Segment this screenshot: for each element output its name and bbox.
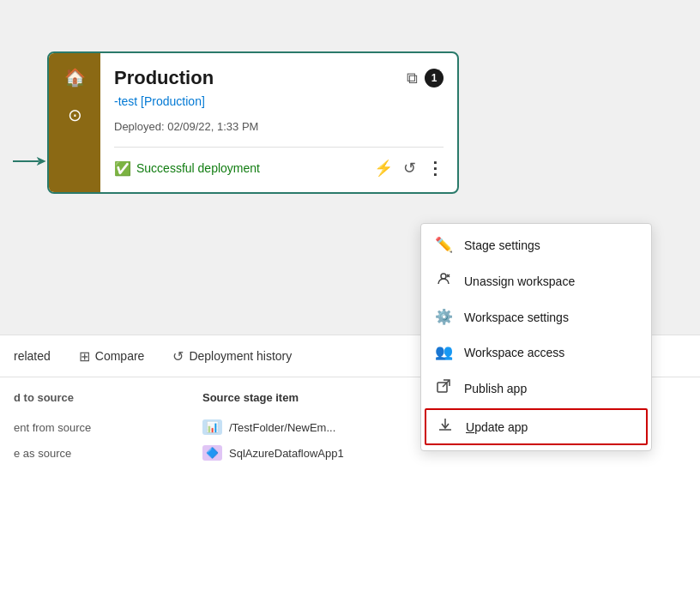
- notification-badge: 1: [425, 69, 444, 87]
- tab-deployment-history[interactable]: ↺ Deployment history: [159, 335, 306, 377]
- row1-col2: 📊 /TestFolder/NewEm...: [202, 419, 335, 435]
- tab-related[interactable]: related: [0, 335, 65, 377]
- deployed-label: Deployed:: [114, 120, 167, 133]
- card-subtitle: -test [Production]: [114, 94, 444, 108]
- card-footer: ✅ Successful deployment ⚡ ↺ ⋮: [114, 147, 444, 178]
- menu-item-workspace-access[interactable]: 👥 Workspace access: [421, 335, 651, 370]
- menu-item-workspace-settings[interactable]: ⚙️ Workspace settings: [421, 299, 651, 335]
- deployed-text: Deployed: 02/09/22, 1:33 PM: [114, 120, 444, 133]
- menu-label-update-app: Update app: [466, 420, 528, 434]
- row2-icon: 🔷: [202, 445, 222, 461]
- menu-label-workspace-access: Workspace access: [464, 346, 564, 359]
- unassign-icon: [435, 271, 452, 291]
- card-icons: ⧉ 1: [407, 69, 444, 87]
- people-icon: 👥: [435, 343, 452, 361]
- refresh-icon[interactable]: ⊙: [68, 105, 82, 125]
- svg-point-0: [441, 274, 446, 279]
- card-title: Production: [114, 67, 214, 89]
- pencil-icon: ✏️: [435, 236, 452, 254]
- menu-item-stage-settings[interactable]: ✏️ Stage settings: [421, 227, 651, 262]
- row1-col1: ent from source: [14, 421, 168, 434]
- arrow-indicator: ➤: [13, 153, 46, 169]
- row2-col1: e as source: [14, 447, 168, 460]
- menu-item-publish-app[interactable]: Publish app: [421, 370, 651, 407]
- main-area: 🏠 ⊙ Production ⧉ 1 -test [Production] De…: [0, 0, 700, 591]
- update-icon: [437, 417, 454, 437]
- external-link-icon: [435, 378, 452, 398]
- menu-label-unassign-workspace: Unassign workspace: [464, 274, 575, 288]
- deploy-icon[interactable]: ⚡: [374, 159, 393, 178]
- footer-actions: ⚡ ↺ ⋮: [374, 158, 444, 178]
- card-sidebar: 🏠 ⊙: [49, 53, 100, 192]
- card-content: Production ⧉ 1 -test [Production] Deploy…: [100, 53, 457, 192]
- col1-header: d to source: [14, 391, 168, 404]
- row2-value: SqlAzureDataflowApp1: [229, 447, 344, 460]
- col2-header: Source stage item: [202, 391, 299, 404]
- check-icon: ✅: [114, 160, 131, 177]
- success-text: Successful deployment: [136, 161, 260, 175]
- related-label: related: [14, 349, 51, 363]
- card-header: Production ⧉ 1: [114, 67, 444, 89]
- menu-item-update-app[interactable]: Update app: [425, 408, 648, 445]
- context-menu: ✏️ Stage settings Unassign workspace ⚙️ …: [420, 223, 652, 451]
- deployment-history-label: Deployment history: [189, 349, 292, 363]
- more-options-icon[interactable]: ⋮: [426, 158, 444, 178]
- production-card: 🏠 ⊙ Production ⧉ 1 -test [Production] De…: [47, 51, 459, 194]
- menu-label-stage-settings: Stage settings: [464, 238, 540, 252]
- tab-compare[interactable]: ⊞ Compare: [65, 335, 160, 377]
- row1-value: /TestFolder/NewEm...: [229, 421, 335, 434]
- history-icon[interactable]: ↺: [403, 159, 416, 178]
- menu-label-workspace-settings: Workspace settings: [464, 311, 569, 324]
- menu-label-publish-app: Publish app: [464, 382, 527, 395]
- svg-line-4: [443, 381, 450, 388]
- row1-icon: 📊: [202, 419, 222, 435]
- compare-icon: ⊞: [79, 348, 90, 365]
- copy-icon[interactable]: ⧉: [407, 69, 418, 87]
- settings-icon: ⚙️: [435, 308, 452, 326]
- success-badge: ✅ Successful deployment: [114, 160, 260, 177]
- compare-label: Compare: [95, 349, 145, 363]
- deployment-history-icon: ↺: [172, 348, 184, 365]
- home-icon[interactable]: 🏠: [64, 67, 86, 87]
- deployed-date: 02/09/22, 1:33 PM: [167, 120, 258, 133]
- menu-item-unassign-workspace[interactable]: Unassign workspace: [421, 262, 651, 299]
- row2-col2: 🔷 SqlAzureDataflowApp1: [202, 445, 344, 461]
